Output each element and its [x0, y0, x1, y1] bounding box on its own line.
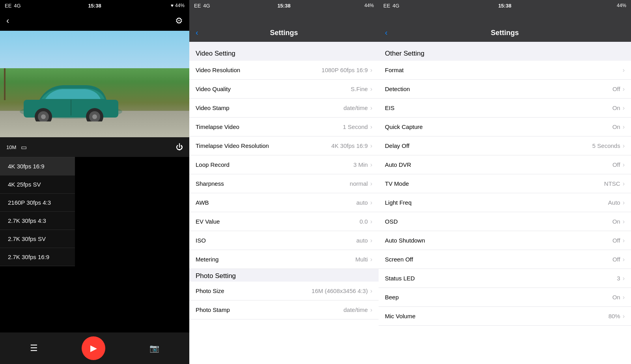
chevron-icon-3: ›	[370, 105, 372, 112]
setting-photo-size[interactable]: Photo Size 16M (4608x3456 4:3) ›	[189, 282, 379, 301]
setting-detection[interactable]: Detection Off ›	[379, 80, 631, 99]
back-icon-camera[interactable]: ‹	[6, 16, 9, 26]
label-mic-volume: Mic Volume	[385, 313, 416, 319]
setting-mic-volume[interactable]: Mic Volume 80% ›	[379, 307, 631, 326]
value-mic-volume: 80% ›	[609, 313, 625, 320]
setting-auto-dvr[interactable]: Auto DVR Off ›	[379, 155, 631, 174]
setting-iso[interactable]: ISO auto ›	[189, 231, 379, 250]
back-button-3[interactable]: ‹	[385, 28, 388, 37]
label-video-stamp: Video Stamp	[196, 105, 230, 111]
settings-title-2: Settings	[270, 29, 298, 37]
video-settings-panel: EE 4G 15:38 44% ‹ Settings Video Setting…	[189, 0, 379, 364]
label-auto-dvr: Auto DVR	[385, 161, 411, 168]
status-bar-camera: EE 4G 15:38 ♥ 44%	[0, 0, 189, 11]
status-left-3: EE 4G	[383, 3, 400, 9]
power-icon[interactable]: ⏻	[176, 143, 183, 151]
photo-section-divider: Photo Setting	[189, 269, 379, 282]
value-timelapse: 1 Second ›	[343, 123, 372, 131]
label-tv-mode: TV Mode	[385, 180, 409, 187]
dropdown-item-2[interactable]: 2160P 30fps 4:3	[0, 194, 75, 212]
other-settings-list: Format › Detection Off › EIS On › Quick …	[379, 61, 631, 364]
setting-tv-mode[interactable]: TV Mode NTSC ›	[379, 174, 631, 193]
chevron-detection: ›	[623, 86, 625, 93]
label-format: Format	[385, 67, 404, 73]
setting-loop-record[interactable]: Loop Record 3 Min ›	[189, 155, 379, 174]
status-bar-other: EE 4G 15:38 44%	[379, 0, 631, 11]
setting-osd[interactable]: OSD On ›	[379, 212, 631, 231]
chevron-format: ›	[623, 67, 625, 74]
settings-gear-icon[interactable]: ⚙	[175, 16, 183, 26]
setting-video-stamp[interactable]: Video Stamp date/time ›	[189, 99, 379, 118]
status-right-2: 44%	[364, 3, 374, 8]
setting-delay-off[interactable]: Delay Off 5 Seconds ›	[379, 136, 631, 155]
value-video-resolution: 1080P 60fps 16:9 ›	[321, 67, 372, 74]
setting-beep[interactable]: Beep On ›	[379, 288, 631, 307]
setting-video-quality[interactable]: Video Quality S.Fine ›	[189, 80, 379, 99]
value-tv-mode: NTSC ›	[604, 180, 625, 187]
chevron-beep: ›	[623, 294, 625, 301]
status-bar-left: EE 4G	[5, 3, 21, 9]
status-bar-settings: EE 4G 15:38 44%	[189, 0, 379, 11]
label-delay-off: Delay Off	[385, 142, 409, 149]
dropdown-item-0[interactable]: 4K 30fps 16:9	[0, 157, 75, 175]
photo-icon[interactable]: 📷	[149, 343, 159, 353]
setting-screen-off[interactable]: Screen Off Off ›	[379, 250, 631, 269]
label-ev: EV Value	[196, 218, 220, 225]
value-metering: Multi ›	[355, 256, 372, 263]
setting-video-resolution[interactable]: Video Resolution 1080P 60fps 16:9 ›	[189, 61, 379, 80]
value-light-freq: Auto ›	[608, 199, 625, 206]
record-button[interactable]: ▶	[82, 336, 105, 360]
chevron-eis: ›	[623, 105, 625, 112]
value-beep: On ›	[612, 294, 625, 301]
menu-icon[interactable]: ☰	[30, 343, 38, 353]
label-loop-record: Loop Record	[196, 161, 230, 168]
setting-photo-stamp[interactable]: Photo Stamp date/time ›	[189, 301, 379, 319]
setting-auto-shutdown[interactable]: Auto Shutdown Off ›	[379, 231, 631, 250]
record-icon: ▶	[90, 343, 97, 353]
back-button-2[interactable]: ‹	[196, 28, 198, 37]
resolution-dropdown: 4K 30fps 16:9 4K 25fps SV 2160P 30fps 4:…	[0, 157, 75, 266]
camera-preview	[0, 31, 189, 137]
chevron-icon-7: ›	[370, 180, 372, 187]
time-3: 15:38	[498, 3, 511, 9]
svg-point-4	[41, 114, 46, 119]
setting-timelapse-res[interactable]: Timelapse Video Resolution 4K 30fps 16:9…	[189, 136, 379, 155]
setting-timelapse[interactable]: Timelapse Video 1 Second ›	[189, 118, 379, 136]
value-sharpness: normal ›	[350, 180, 372, 187]
label-screen-off: Screen Off	[385, 256, 413, 263]
setting-sharpness[interactable]: Sharpness normal ›	[189, 174, 379, 193]
carrier-text: EE	[5, 3, 11, 9]
other-section-header: Other Setting	[379, 42, 631, 61]
dropdown-item-1[interactable]: 4K 25fps SV	[0, 175, 75, 194]
chevron-icon: ›	[370, 67, 372, 74]
chevron-icon-6: ›	[370, 161, 372, 168]
label-timelapse-res: Timelapse Video Resolution	[196, 142, 269, 149]
label-video-quality: Video Quality	[196, 86, 231, 92]
value-osd: On ›	[612, 218, 625, 225]
chevron-icon-2: ›	[370, 86, 372, 93]
dropdown-item-5[interactable]: 2.7K 30fps 16:9	[0, 248, 75, 266]
setting-light-freq[interactable]: Light Freq Auto ›	[379, 193, 631, 212]
chevron-screen-off: ›	[623, 256, 625, 263]
value-awb: auto ›	[356, 199, 372, 206]
setting-quick-capture[interactable]: Quick Capture On ›	[379, 118, 631, 136]
time-display-camera: 15:38	[88, 3, 101, 9]
setting-ev[interactable]: EV Value 0.0 ›	[189, 212, 379, 231]
setting-awb[interactable]: AWB auto ›	[189, 193, 379, 212]
label-quick-capture: Quick Capture	[385, 123, 423, 130]
setting-metering[interactable]: Metering Multi ›	[189, 250, 379, 269]
label-detection: Detection	[385, 86, 410, 92]
setting-status-led[interactable]: Status LED 3 ›	[379, 269, 631, 288]
chevron-icon-4: ›	[370, 123, 372, 131]
carrier-2: EE	[194, 3, 201, 9]
value-auto-shutdown: Off ›	[612, 237, 625, 244]
setting-eis[interactable]: EIS On ›	[379, 99, 631, 118]
label-light-freq: Light Freq	[385, 199, 412, 206]
other-settings-header: ‹ Settings	[379, 11, 631, 42]
setting-format[interactable]: Format ›	[379, 61, 631, 80]
camera-top-bar: ‹ ⚙	[0, 11, 189, 31]
carrier-3: EE	[383, 3, 390, 9]
dropdown-item-3[interactable]: 2.7K 30fps 4:3	[0, 212, 75, 230]
label-photo-stamp: Photo Stamp	[196, 306, 230, 313]
dropdown-item-4[interactable]: 2.7K 30fps SV	[0, 230, 75, 248]
